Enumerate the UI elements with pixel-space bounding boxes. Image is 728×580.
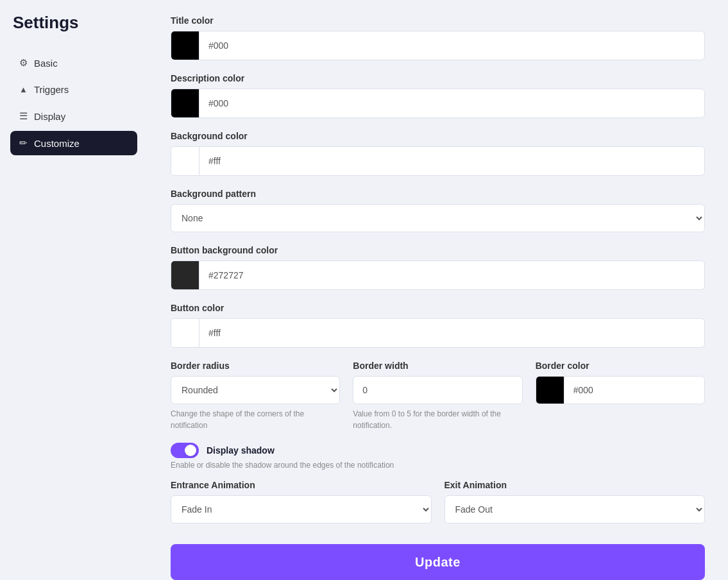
button-bg-color-row [171,260,705,290]
border-radius-hint: Change the shape of the corners of the n… [171,408,340,431]
description-color-swatch[interactable] [171,89,199,117]
customize-icon: ✏ [19,137,28,149]
border-width-col: Border width Value from 0 to 5 for the b… [353,361,522,431]
border-color-row [536,376,705,404]
sidebar-item-customize-label: Customize [34,138,80,149]
border-radius-select[interactable]: Rounded Square Pill [171,376,340,404]
title-color-swatch[interactable] [171,31,199,60]
button-color-input[interactable] [199,319,704,347]
border-radius-col: Border radius Rounded Square Pill Change… [171,361,340,431]
button-bg-color-label: Button background color [171,245,705,255]
background-pattern-label: Background pattern [171,189,705,199]
description-color-label: Description color [171,73,705,83]
toggle-slider [171,443,199,458]
entrance-animation-select[interactable]: Fade In Slide In Bounce In None [171,495,432,524]
exit-animation-col: Exit Animation Fade Out Slide Out Bounce… [444,480,706,524]
sidebar-item-customize[interactable]: ✏ Customize [10,131,137,155]
entrance-animation-col: Entrance Animation Fade In Slide In Boun… [171,480,432,524]
button-color-label: Button color [171,303,705,313]
border-color-swatch[interactable] [536,376,564,404]
gear-icon: ⚙ [19,57,28,69]
button-color-row [171,318,705,348]
description-color-input[interactable] [199,89,704,117]
sidebar-item-triggers-label: Triggers [34,84,69,95]
background-pattern-select[interactable]: None Dots Lines Crosses [171,204,705,232]
title-color-row [171,31,705,60]
description-color-row [171,89,705,118]
title-color-label: Title color [171,15,705,26]
exit-animation-select[interactable]: Fade Out Slide Out Bounce Out None [444,495,706,524]
page-title: Settings [10,13,137,33]
update-button[interactable]: Update [171,544,705,580]
button-bg-color-swatch[interactable] [171,261,199,289]
display-shadow-label: Display shadow [207,445,275,456]
button-color-swatch[interactable] [171,319,199,347]
sidebar-item-triggers[interactable]: ▲ Triggers [10,78,137,101]
display-shadow-hint: Enable or disable the shadow around the … [171,461,705,470]
sidebar-item-display-label: Display [34,111,65,122]
border-color-label: Border color [536,361,705,371]
title-color-input[interactable] [199,31,704,60]
display-shadow-row: Display shadow [171,443,705,458]
background-color-input[interactable] [199,147,704,175]
button-bg-color-input[interactable] [199,261,704,289]
background-color-label: Background color [171,131,705,141]
border-width-input[interactable] [353,376,522,404]
triggers-icon: ▲ [19,85,28,94]
entrance-animation-label: Entrance Animation [171,480,432,490]
border-radius-label: Border radius [171,361,340,371]
sidebar-item-basic-label: Basic [34,58,58,69]
sidebar-item-basic[interactable]: ⚙ Basic [10,51,137,75]
exit-animation-label: Exit Animation [444,480,706,490]
sidebar: Settings ⚙ Basic ▲ Triggers ☰ Display ✏ … [0,0,148,580]
display-shadow-toggle[interactable] [171,443,199,458]
border-width-hint: Value from 0 to 5 for the border width o… [353,408,522,431]
sidebar-item-display[interactable]: ☰ Display [10,104,137,128]
border-width-label: Border width [353,361,522,371]
background-color-row [171,146,705,176]
background-color-swatch[interactable] [171,147,199,175]
main-content: Title color Description color Background… [148,0,728,580]
display-icon: ☰ [19,110,28,122]
border-color-col: Border color [536,361,705,431]
border-color-input[interactable] [564,385,704,395]
